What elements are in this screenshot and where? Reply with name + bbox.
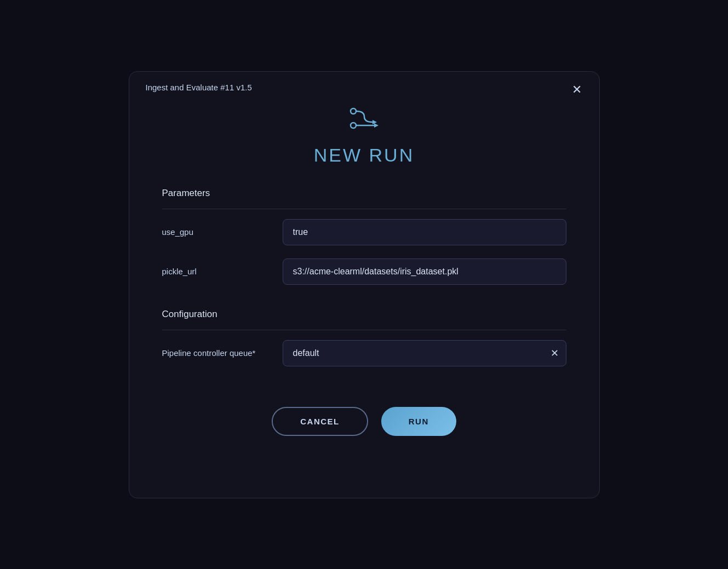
dialog-header: NEW RUN	[162, 105, 566, 166]
pipeline-queue-row: Pipeline controller queue* ✕	[162, 340, 566, 366]
svg-point-0	[351, 108, 356, 114]
use-gpu-input[interactable]	[283, 219, 566, 245]
cancel-button[interactable]: CANCEL	[272, 407, 368, 436]
configuration-section: Configuration Pipeline controller queue*…	[162, 303, 566, 380]
pickle-url-label: pickle_url	[162, 267, 283, 276]
dialog-main-title: NEW RUN	[314, 145, 414, 166]
dialog-overlay: Ingest and Evaluate #11 v1.5 ✕ NEW RUN P…	[0, 0, 728, 569]
pickle-url-input[interactable]	[283, 258, 566, 285]
svg-marker-4	[374, 123, 379, 128]
window-title: Ingest and Evaluate #11 v1.5	[146, 83, 252, 92]
parameters-label: Parameters	[162, 188, 566, 199]
run-button[interactable]: RUN	[381, 407, 456, 436]
pipeline-queue-input[interactable]	[283, 340, 566, 366]
pipeline-icon	[348, 105, 381, 136]
button-row: CANCEL RUN	[162, 407, 566, 436]
pickle-url-row: pickle_url	[162, 258, 566, 285]
parameters-divider	[162, 209, 566, 209]
use-gpu-row: use_gpu	[162, 219, 566, 245]
use-gpu-label: use_gpu	[162, 227, 283, 237]
new-run-dialog: Ingest and Evaluate #11 v1.5 ✕ NEW RUN P…	[129, 71, 600, 498]
close-button[interactable]: ✕	[570, 82, 584, 98]
configuration-label: Configuration	[162, 309, 566, 320]
pipeline-queue-input-wrapper: ✕	[283, 340, 566, 366]
parameters-section: Parameters use_gpu pickle_url	[162, 182, 566, 298]
configuration-divider	[162, 330, 566, 330]
pipeline-queue-label: Pipeline controller queue*	[162, 348, 283, 358]
svg-point-2	[351, 123, 356, 128]
pipeline-queue-clear-button[interactable]: ✕	[551, 348, 559, 358]
